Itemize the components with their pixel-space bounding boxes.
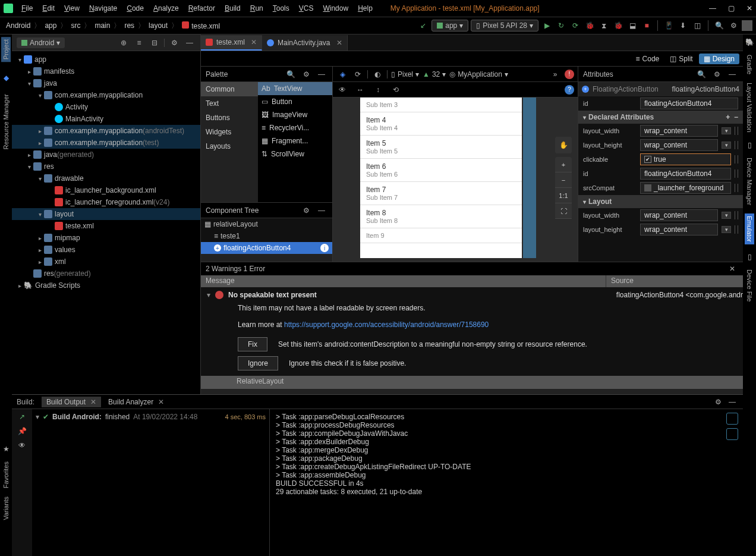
stop-icon[interactable]: ■ bbox=[641, 20, 653, 32]
tree-node[interactable]: ▾drawable bbox=[12, 172, 200, 184]
collapse-all-icon[interactable]: ⊟ bbox=[149, 37, 160, 49]
menu-build[interactable]: Build bbox=[220, 3, 245, 14]
tree-node[interactable]: ▾app bbox=[12, 54, 200, 65]
code-mode-button[interactable]: ≡Code bbox=[631, 54, 664, 64]
search-icon[interactable]: 🔍 bbox=[695, 68, 707, 80]
expand-all-icon[interactable]: ≡ bbox=[133, 37, 145, 49]
menu-edit[interactable]: Edit bbox=[37, 3, 59, 14]
profile-icon[interactable]: ⧗ bbox=[598, 20, 610, 32]
night-mode-icon[interactable]: ◐ bbox=[371, 68, 383, 80]
tree-node[interactable]: ▸xml bbox=[12, 256, 200, 268]
avd-icon[interactable]: 📱 bbox=[663, 20, 675, 32]
theme-dropdown[interactable]: ◎MyApplication▾ bbox=[449, 70, 508, 78]
tree-node-child[interactable]: ≡teste1 bbox=[201, 230, 332, 242]
search-icon[interactable]: 🔍 bbox=[285, 68, 297, 80]
hide-icon[interactable]: — bbox=[316, 205, 327, 216]
build-variants-tool-button[interactable]: Variants bbox=[2, 497, 10, 520]
debug-icon[interactable]: 🐞 bbox=[584, 20, 596, 32]
tree-node[interactable]: MainActivity bbox=[12, 113, 200, 125]
help-icon[interactable]: ? bbox=[565, 85, 574, 95]
menu-code[interactable]: Code bbox=[122, 3, 149, 14]
remove-attr-icon[interactable]: − bbox=[734, 113, 738, 121]
hide-icon[interactable]: — bbox=[726, 396, 738, 408]
user-icon[interactable] bbox=[742, 20, 752, 31]
palette-category[interactable]: Layouts bbox=[201, 139, 258, 153]
select-opened-icon[interactable]: ⊕ bbox=[118, 37, 130, 49]
sdk-icon[interactable]: ⬇ bbox=[677, 20, 689, 32]
close-icon[interactable]: ✕ bbox=[158, 398, 164, 406]
project-tool-button[interactable]: Project bbox=[1, 37, 11, 62]
layout-attrs-header[interactable]: ▾Layout bbox=[578, 195, 743, 208]
attr-value-input[interactable]: ✔true bbox=[640, 153, 731, 165]
scroll-end-icon[interactable] bbox=[726, 428, 738, 440]
tree-node[interactable]: ▸com.example.myapplication (test) bbox=[12, 137, 200, 149]
hide-icon[interactable]: — bbox=[726, 68, 738, 80]
attr-value-input[interactable]: _launcher_foreground bbox=[640, 182, 731, 194]
flag-icon[interactable] bbox=[735, 184, 738, 192]
attach-icon[interactable]: 🐞 bbox=[612, 20, 624, 32]
close-icon[interactable]: ✕ bbox=[746, 4, 752, 12]
dropdown-icon[interactable]: ▾ bbox=[722, 226, 731, 233]
flag-icon[interactable] bbox=[735, 155, 738, 164]
dropdown-icon[interactable]: ▾ bbox=[722, 212, 731, 219]
tree-node[interactable]: ▸manifests bbox=[12, 65, 200, 77]
editor-tab[interactable]: teste.xml✕ bbox=[201, 35, 262, 51]
breadcrumb-item[interactable]: res bbox=[122, 20, 137, 31]
zoom-out-button[interactable]: − bbox=[555, 172, 572, 188]
file-icon[interactable]: ▯ bbox=[748, 253, 752, 261]
minimize-icon[interactable]: — bbox=[709, 4, 716, 12]
build-analyzer-tab[interactable]: Build Analyzer✕ bbox=[103, 397, 169, 407]
gear-icon[interactable]: ⚙ bbox=[712, 396, 724, 408]
favorites-tool-button[interactable]: Favorites bbox=[2, 461, 10, 488]
zoom-fit-button[interactable]: 1:1 bbox=[555, 188, 572, 203]
menu-view[interactable]: View bbox=[59, 3, 84, 14]
design-surface[interactable]: Sub Item 3Item 4Sub Item 4Item 5Sub Item… bbox=[333, 98, 578, 262]
breadcrumb-item[interactable]: src bbox=[68, 20, 83, 31]
flag-icon[interactable] bbox=[735, 225, 738, 234]
close-tab-icon[interactable]: ✕ bbox=[251, 38, 257, 46]
zoom-reset-button[interactable]: ⛶ bbox=[555, 203, 572, 219]
palette-category[interactable]: Widgets bbox=[201, 125, 258, 139]
tree-node[interactable]: ▸values bbox=[12, 244, 200, 256]
tree-node-fab[interactable]: +floatingActionButton4i bbox=[201, 242, 332, 254]
tree-node[interactable]: Activity bbox=[12, 101, 200, 113]
resource-manager-tool-button[interactable]: Resource Manager bbox=[2, 94, 10, 150]
palette-item[interactable]: ⇅ScrollView bbox=[258, 147, 332, 161]
tree-node[interactable]: teste.xml bbox=[12, 220, 200, 232]
checkbox-icon[interactable]: ✔ bbox=[644, 156, 651, 163]
attr-value-input[interactable]: wrap_content bbox=[640, 209, 718, 221]
error-badge-icon[interactable]: ! bbox=[565, 70, 574, 79]
close-icon[interactable]: ✕ bbox=[90, 398, 96, 406]
device-file-tool-button[interactable]: Device File bbox=[746, 269, 753, 301]
gear-icon[interactable]: ⚙ bbox=[168, 37, 180, 49]
tree-node[interactable]: ▾layout bbox=[12, 208, 200, 220]
settings-icon[interactable]: ⚙ bbox=[727, 20, 739, 32]
gear-icon[interactable]: ⚙ bbox=[711, 68, 723, 80]
tree-node-root[interactable]: ▦relativeLayout bbox=[201, 218, 332, 230]
search-icon[interactable]: 🔍 bbox=[713, 20, 725, 32]
menu-run[interactable]: Run bbox=[245, 3, 268, 14]
menu-vcs[interactable]: VCS bbox=[294, 3, 319, 14]
commit-icon[interactable]: ◆ bbox=[4, 74, 9, 82]
eye-icon[interactable]: 👁 bbox=[18, 441, 26, 450]
run-icon[interactable]: ▶ bbox=[541, 20, 553, 32]
dropdown-icon[interactable]: ▾ bbox=[722, 142, 731, 149]
hide-icon[interactable]: — bbox=[184, 37, 196, 49]
api-dropdown[interactable]: ▲32▾ bbox=[423, 70, 446, 78]
tree-node[interactable]: ▾res bbox=[12, 161, 200, 172]
palette-item[interactable]: 🖼ImageView bbox=[258, 108, 332, 121]
dropdown-icon[interactable]: ▾ bbox=[722, 127, 731, 134]
palette-item[interactable]: ▦Fragment... bbox=[258, 134, 332, 147]
breadcrumb-item[interactable]: main bbox=[92, 20, 112, 31]
breadcrumb-item[interactable]: Android bbox=[4, 20, 33, 31]
rerun-icon[interactable]: ↗ bbox=[19, 413, 25, 421]
gradle-icon[interactable]: 🐘 bbox=[745, 38, 754, 46]
palette-category[interactable]: Buttons bbox=[201, 111, 258, 125]
run-config-selector[interactable]: app ▾ bbox=[431, 20, 468, 32]
build-log[interactable]: > Task :app:parseDebugLocalResources> Ta… bbox=[270, 409, 743, 556]
device-selector[interactable]: ▯ Pixel 5 API 28 ▾ bbox=[471, 20, 538, 32]
split-mode-button[interactable]: ◫Split bbox=[665, 54, 697, 64]
breadcrumb-item[interactable]: app bbox=[42, 20, 59, 31]
tree-node[interactable]: ▸mipmap bbox=[12, 232, 200, 244]
add-attr-icon[interactable]: + bbox=[726, 113, 730, 121]
